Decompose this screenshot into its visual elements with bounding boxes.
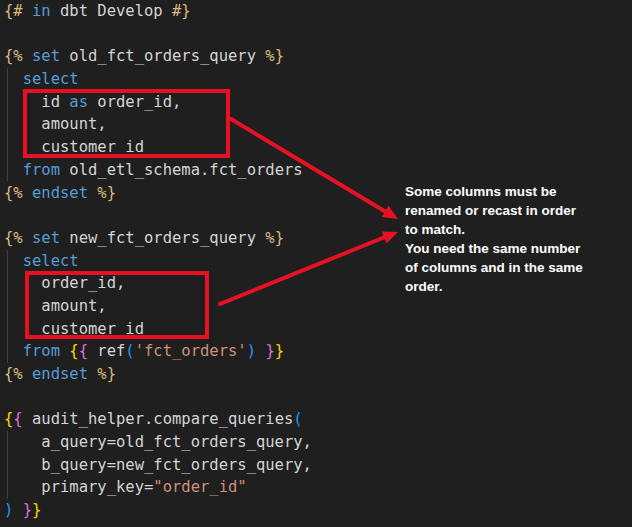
indent-guide	[7, 68, 8, 181]
code-token: ref	[88, 342, 125, 360]
code-line: select	[4, 68, 632, 91]
annotation-line: Some columns must be	[405, 182, 630, 201]
code-token: select	[23, 70, 79, 88]
code-token: )	[247, 342, 256, 360]
code-token: {%	[4, 47, 23, 65]
code-line: from old_etl_schema.fct_orders	[4, 159, 632, 182]
code-line: a_query=old_fct_orders_query,	[4, 431, 632, 454]
annotation-note: Some columns must berenamed or recast in…	[405, 182, 630, 296]
code-token: set	[32, 47, 60, 65]
code-line: from {{ ref('fct_orders') }}	[4, 340, 632, 363]
annotation-line: order.	[405, 277, 630, 296]
code-line: primary_key="order_id"	[4, 476, 632, 499]
annotation-line: to match.	[405, 220, 630, 239]
code-token: audit_helper.compare_queries	[23, 410, 294, 428]
code-line: {% set old_fct_orders_query %}	[4, 45, 632, 68]
code-token: %}	[265, 47, 284, 65]
code-token: set	[32, 229, 60, 247]
code-token: {%	[4, 229, 23, 247]
indent-guide	[7, 431, 8, 499]
annotation-line: You need the same number	[405, 239, 630, 258]
code-token: new_fct_orders_query	[60, 229, 265, 247]
code-token: from	[23, 161, 60, 179]
indent-guide	[7, 250, 8, 363]
highlight-box-new-columns	[25, 271, 209, 339]
code-line: {# in dbt Develop #}	[4, 0, 632, 23]
code-token: (	[293, 410, 302, 428]
code-token: {#	[4, 2, 23, 20]
code-token	[23, 2, 32, 20]
code-token: }	[265, 342, 274, 360]
code-token: {	[69, 342, 78, 360]
code-token	[23, 184, 32, 202]
code-token: 'fct_orders'	[135, 342, 247, 360]
code-token: )	[4, 501, 13, 519]
code-token: (	[125, 342, 134, 360]
code-token	[23, 365, 32, 383]
code-token: old_etl_schema.fct_orders	[60, 161, 303, 179]
code-token: a_query=old_fct_orders_query,	[4, 433, 312, 451]
highlight-box-old-columns	[23, 89, 230, 158]
code-token: {%	[4, 365, 23, 383]
code-token	[256, 342, 265, 360]
code-token: %}	[97, 365, 116, 383]
code-token: old_fct_orders_query	[60, 47, 265, 65]
code-token: %}	[265, 229, 284, 247]
code-line	[4, 386, 632, 409]
code-token: primary_key=	[4, 478, 153, 496]
code-token: }	[32, 501, 41, 519]
code-token	[23, 47, 32, 65]
code-token: {	[4, 410, 13, 428]
code-token: }	[275, 342, 284, 360]
code-token	[88, 184, 97, 202]
code-token: select	[23, 252, 79, 270]
code-token	[13, 501, 22, 519]
code-token: dbt Develop	[51, 2, 172, 20]
code-token: %}	[97, 184, 116, 202]
code-token: b_query=new_fct_orders_query,	[4, 456, 312, 474]
code-token: from	[23, 342, 60, 360]
code-token: {%	[4, 184, 23, 202]
annotation-line: of columns and in the same	[405, 258, 630, 277]
annotation-line: renamed or recast in order	[405, 201, 630, 220]
code-token: endset	[32, 184, 88, 202]
code-token: "order_id"	[153, 478, 246, 496]
code-token: }	[23, 501, 32, 519]
code-token: in	[32, 2, 51, 20]
code-token: #}	[172, 2, 191, 20]
code-token: endset	[32, 365, 88, 383]
code-line: {% endset %}	[4, 363, 632, 386]
code-token	[60, 342, 69, 360]
code-line: {{ audit_helper.compare_queries(	[4, 408, 632, 431]
code-line: ) }}	[4, 499, 632, 522]
code-line: b_query=new_fct_orders_query,	[4, 454, 632, 477]
code-token	[23, 229, 32, 247]
code-editor-screenshot: {# in dbt Develop #} {% set old_fct_orde…	[0, 0, 632, 527]
code-token: {	[79, 342, 88, 360]
code-line	[4, 23, 632, 46]
code-token	[88, 365, 97, 383]
code-token: {	[13, 410, 22, 428]
